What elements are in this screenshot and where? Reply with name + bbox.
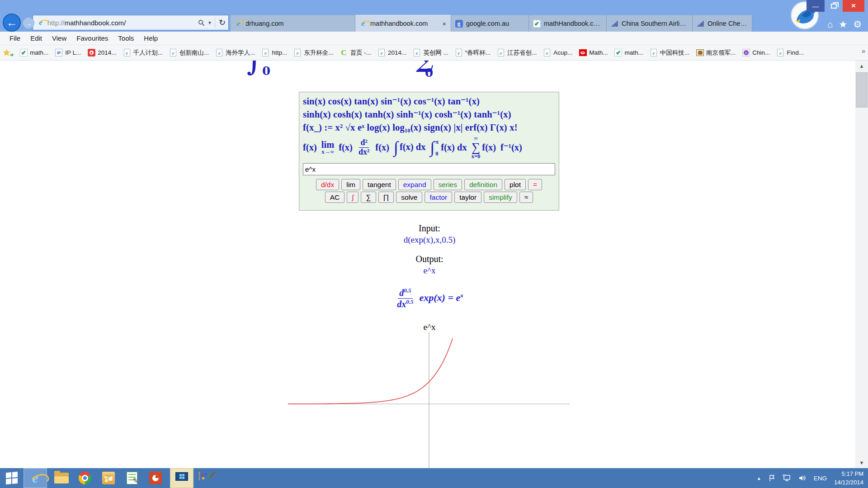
tray-expand-icon[interactable]: ▲ (757, 476, 761, 481)
sum-token[interactable]: ∞∑x=0 f(x) (472, 136, 496, 159)
tab-china-southern-airline-[interactable]: China Southern Airline... (607, 15, 693, 32)
taskbar-app-outlook[interactable] (97, 468, 120, 488)
math-button--[interactable]: = (528, 179, 542, 190)
trig-functions-line[interactable]: sin(x) cos(x) tan(x) sin⁻¹(x) cos⁻¹(x) t… (303, 95, 555, 108)
volume-icon[interactable] (798, 474, 807, 482)
math-button-ac[interactable]: AC (325, 192, 345, 203)
favorite-item[interactable]: eFind... (773, 49, 807, 57)
favorite-item[interactable]: C首页 -... (336, 49, 374, 57)
menu-tools[interactable]: Tools (113, 34, 139, 42)
home-icon[interactable]: ⌂ (827, 19, 833, 30)
favorite-item[interactable]: e海外学人... (212, 49, 258, 57)
math-button-lim[interactable]: lim (341, 179, 360, 190)
favorite-item[interactable]: 2014... (84, 49, 119, 57)
vertical-scrollbar[interactable]: ▲ ▼ (855, 61, 868, 468)
math-button-simplify[interactable]: simplify (484, 192, 517, 203)
taskbar-app-chrome[interactable] (73, 468, 97, 488)
settings-gear-icon[interactable]: ⚙ (853, 19, 862, 30)
address-url[interactable]: http://mathhandbook.com/ (47, 19, 198, 27)
search-icon[interactable] (198, 19, 205, 26)
math-button-d-dx[interactable]: d/dx (316, 179, 339, 190)
math-button--[interactable]: ∑ (361, 192, 376, 203)
favorite-item[interactable]: ✔math... (611, 49, 646, 57)
favorite-item[interactable]: eAcup... (540, 49, 576, 57)
menu-help[interactable]: Help (139, 34, 163, 42)
action-center-flag-icon[interactable] (769, 474, 776, 482)
limit-token[interactable]: lim x→∞ (321, 140, 334, 155)
favorite-item[interactable]: e“春晖杯... (452, 49, 494, 57)
tab-close-icon[interactable]: × (441, 20, 447, 28)
taskbar-app-paint[interactable] (193, 468, 217, 488)
math-button--[interactable]: ∫ (347, 192, 359, 203)
math-button-factor[interactable]: factor (425, 192, 452, 203)
fx-token[interactable]: f(x) (303, 142, 317, 153)
scroll-down-icon[interactable]: ▼ (855, 457, 868, 468)
expression-input[interactable] (303, 163, 555, 175)
taskbar-app-notepad[interactable]: ✎ (120, 468, 144, 488)
fx-token[interactable]: f(x) (375, 142, 389, 153)
tab-online-check-in[interactable]: Online Check-in (693, 15, 752, 32)
menu-view[interactable]: View (47, 34, 71, 42)
start-button[interactable] (0, 468, 24, 488)
math-button-series[interactable]: series (434, 179, 462, 190)
definite-integral-token[interactable]: ∫ π0 f(x) dx (430, 138, 467, 156)
forward-button[interactable]: → (23, 17, 34, 29)
back-button[interactable]: ← (3, 14, 21, 32)
favorite-item[interactable]: e英创网 ... (410, 49, 452, 57)
second-derivative-token[interactable]: d² dx² (357, 138, 371, 156)
calculus-operators-line[interactable]: f(x) lim x→∞ f(x) d² dx² f(x) ∫ f(x) dx (303, 134, 555, 160)
hyperbolic-functions-line[interactable]: sinh(x) cosh(x) tanh(x) sinh⁻¹(x) cosh⁻¹… (303, 108, 555, 121)
taskbar-app-file-explorer[interactable] (50, 468, 73, 488)
favorite-item[interactable]: e2014... (374, 49, 410, 57)
favorites-star-icon[interactable]: ★ (839, 19, 847, 30)
menu-file[interactable]: File (5, 34, 25, 42)
inverse-function-token[interactable]: f⁻¹(x) (500, 142, 522, 153)
clock[interactable]: 5:17 PM 14/12/2014 (834, 469, 863, 487)
tab-mathhandbook-com-[interactable]: ✔mathHandbook.com -... (529, 15, 607, 32)
restore-button[interactable] (825, 0, 843, 12)
tab-google-com-au[interactable]: ggoogle.com.au (451, 15, 529, 32)
math-button--[interactable]: ∏ (378, 192, 394, 203)
taskbar-app-remote-desktop[interactable] (170, 468, 193, 488)
taskbar-app-internet-explorer[interactable]: e (24, 468, 47, 488)
favorite-item[interactable]: Math... (576, 49, 611, 57)
favorite-item[interactable]: ehttp... (258, 49, 290, 57)
favorite-item[interactable]: e中国科技... (646, 49, 693, 57)
taskbar-app-powerpoint[interactable] (144, 468, 167, 488)
integral-token[interactable]: ∫ f(x) dx (394, 140, 425, 155)
language-indicator[interactable]: ENG (814, 475, 827, 482)
refresh-icon[interactable]: ↻ (215, 18, 226, 28)
favorite-item[interactable]: iPIP L... (52, 49, 84, 57)
favorite-item[interactable]: e东升杯全... (290, 49, 336, 57)
favorite-item[interactable]: ✔math... (16, 49, 52, 57)
math-button-definition[interactable]: definition (464, 179, 502, 190)
scroll-up-icon[interactable]: ▲ (855, 61, 868, 71)
math-button-tangent[interactable]: tangent (363, 179, 396, 190)
favorites-overflow-chevron[interactable]: » (862, 47, 865, 55)
close-button[interactable]: × (843, 0, 864, 12)
math-button-expand[interactable]: expand (398, 179, 431, 190)
input-expression[interactable]: d(exp(x),x,0.5) (271, 235, 588, 245)
favorite-item[interactable]: e千人计划... (120, 49, 166, 57)
math-button-taylor[interactable]: taylor (454, 192, 481, 203)
favorite-item[interactable]: 南京领军... (693, 49, 739, 57)
menu-edit[interactable]: Edit (25, 34, 47, 42)
math-button-solve[interactable]: solve (396, 192, 422, 203)
menu-favourites[interactable]: Favourites (71, 34, 113, 42)
tab-drhuang-com[interactable]: edrhuang.com (231, 15, 355, 32)
favorite-item[interactable]: cChin... (739, 49, 773, 57)
math-button-plot[interactable]: plot (505, 179, 526, 190)
search-dropdown-icon[interactable]: ▼ (208, 20, 212, 25)
fx-token[interactable]: f(x) (339, 142, 353, 153)
network-icon[interactable] (783, 474, 791, 482)
add-favorite-button[interactable]: ★➜ (3, 48, 13, 57)
address-bar[interactable]: e http://mathhandbook.com/ ▼ ↻ (33, 15, 229, 30)
tab-mathhandbook-com[interactable]: emathhandbook.com× (355, 15, 451, 32)
math-button--[interactable]: ≈ (519, 192, 533, 203)
favorite-item[interactable]: e创新南山... (166, 49, 212, 57)
favorite-item[interactable]: e江苏省创... (494, 49, 540, 57)
minimize-button[interactable]: — (807, 0, 825, 12)
output-expression[interactable]: e^x (271, 266, 588, 276)
scrollbar-thumb[interactable] (856, 72, 868, 108)
misc-functions-line[interactable]: f(x_) := x² √x eˣ log(x) log₁₀(x) sign(x… (303, 121, 555, 134)
